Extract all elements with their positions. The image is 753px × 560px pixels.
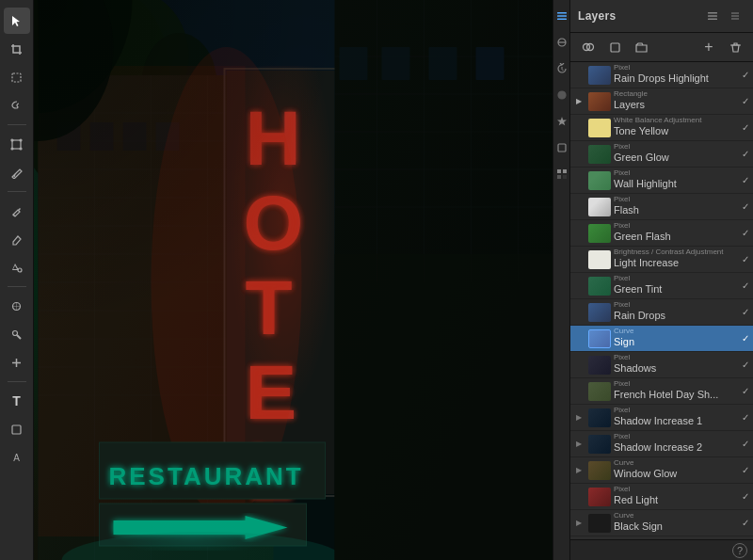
layer-visibility[interactable]: ✓ [742, 491, 749, 502]
erase-tool[interactable] [4, 226, 30, 252]
layer-thumbnail [588, 382, 611, 401]
expand-arrow[interactable]: ▶ [572, 411, 585, 424]
layer-thumbnail [588, 461, 611, 480]
effects-side-tab[interactable] [554, 109, 569, 134]
layer-flash[interactable]: Pixel Flash ✓ [570, 194, 753, 220]
new-layer-btn[interactable] [602, 37, 627, 57]
layer-info: Curve Black Sign [614, 512, 740, 533]
layer-green-glow[interactable]: Pixel Green Glow ✓ [570, 141, 753, 168]
layers-list[interactable]: Pixel Rain Drops Highlight ✓ ▶ Rectangle… [570, 62, 753, 539]
lasso-tool[interactable] [4, 92, 30, 119]
layer-green-flash[interactable]: Pixel Green Flash ✓ [570, 220, 753, 247]
layer-visibility[interactable]: ✓ [742, 122, 749, 133]
layers-side-tab[interactable] [554, 4, 569, 28]
expand-arrow [572, 200, 585, 214]
dodge-burn-tool[interactable] [4, 293, 30, 319]
layer-visibility[interactable]: ✓ [742, 360, 749, 370]
layer-visibility[interactable]: ✓ [742, 333, 749, 344]
text-tool[interactable]: T [4, 388, 30, 414]
layer-thumbnail [588, 408, 611, 427]
layer-visibility[interactable]: ✓ [742, 280, 749, 291]
vector-tool[interactable]: A [4, 444, 30, 471]
layer-visibility[interactable]: ✓ [742, 228, 749, 238]
layer-light-increase[interactable]: Brightness / Contrast Adjustment Light I… [570, 247, 753, 273]
layer-french-hotel[interactable]: Pixel French Hotel Day Sh... ✓ [570, 378, 753, 405]
clone-tool[interactable] [4, 321, 30, 347]
heal-tool[interactable] [4, 349, 30, 376]
svg-point-82 [558, 91, 566, 99]
layer-info: Pixel Brush Highlights [614, 538, 740, 539]
layer-tone-yellow[interactable]: White Balance Adjustment Tone Yellow ✓ [570, 115, 753, 141]
layer-type: Pixel [614, 380, 738, 388]
layer-info: Curve Window Glow [614, 459, 740, 480]
swatches-side-tab[interactable] [554, 162, 569, 186]
crop-tool[interactable] [4, 36, 30, 62]
styles-side-tab[interactable] [554, 136, 569, 160]
layer-thumbnail [588, 488, 611, 506]
pen-tool[interactable] [4, 159, 30, 185]
layer-shadow-inc2[interactable]: ▶ Pixel Shadow Increase 2 ✓ [570, 431, 753, 457]
paint-tool[interactable] [4, 198, 30, 224]
svg-point-7 [13, 214, 15, 216]
new-group-btn[interactable] [629, 37, 653, 57]
move-tool[interactable] [4, 8, 30, 34]
layer-window-glow[interactable]: ▶ Curve Window Glow ✓ [570, 457, 753, 484]
left-toolbar: T A [0, 0, 34, 560]
layer-shadow-inc1[interactable]: ▶ Pixel Shadow Increase 1 ✓ [570, 405, 753, 431]
blend-mode-btn[interactable] [576, 37, 601, 57]
svg-rect-80 [557, 18, 567, 20]
layers-settings-btn[interactable] [702, 6, 723, 26]
layers-expand-btn[interactable] [725, 6, 745, 26]
layer-visibility[interactable]: ✓ [742, 386, 749, 396]
selection-tool[interactable] [4, 64, 30, 90]
sep2 [8, 191, 26, 192]
layer-thumbnail [588, 171, 611, 190]
transform-tool[interactable] [4, 131, 30, 157]
layer-wall-highlight[interactable]: Pixel Wall Highlight ✓ [570, 168, 753, 194]
layer-visibility[interactable]: ✓ [742, 96, 749, 106]
adjustments-side-tab[interactable] [554, 83, 569, 107]
layer-visibility[interactable]: ✓ [742, 439, 749, 449]
layer-red-light[interactable]: Pixel Red Light ✓ [570, 484, 753, 510]
layer-visibility[interactable]: ✓ [742, 70, 749, 80]
layer-rain-drops[interactable]: Pixel Rain Drops ✓ [570, 299, 753, 326]
layer-visibility[interactable]: ✓ [742, 175, 749, 185]
layer-rain-drops-highlight[interactable]: Pixel Rain Drops Highlight ✓ [570, 62, 753, 88]
expand-arrow [572, 227, 585, 240]
expand-arrow [572, 332, 585, 345]
layer-brush-highlights[interactable]: Pixel Brush Highlights ✓ [570, 536, 753, 539]
layer-green-tint[interactable]: Pixel Green Tint ✓ [570, 273, 753, 299]
shape-tool[interactable] [4, 416, 30, 442]
layer-shadows[interactable]: Pixel Shadows ✓ [570, 352, 753, 378]
expand-arrow [572, 385, 585, 398]
svg-point-10 [13, 330, 18, 335]
layer-visibility[interactable]: ✓ [742, 518, 749, 528]
history-side-tab[interactable] [554, 56, 569, 81]
layer-visibility[interactable]: ✓ [742, 412, 749, 423]
expand-arrow[interactable]: ▶ [572, 517, 585, 530]
layer-name: Sign [614, 335, 738, 348]
layer-visibility[interactable]: ✓ [742, 149, 749, 159]
add-layer-btn[interactable]: + [697, 37, 721, 57]
fill-tool[interactable] [4, 254, 30, 280]
layer-type: Pixel [614, 196, 738, 203]
channels-side-tab[interactable] [554, 30, 569, 55]
layer-info: Pixel Shadow Increase 1 [614, 407, 740, 427]
layer-info: Pixel Shadows [614, 354, 740, 375]
layer-visibility[interactable]: ✓ [742, 307, 749, 317]
expand-arrow[interactable]: ▶ [572, 438, 585, 451]
delete-layer-btn[interactable] [723, 37, 747, 57]
layer-type: Rectangle [614, 90, 738, 98]
layer-light-leak[interactable]: ▶ Rectangle Layers ✓ [570, 88, 753, 115]
expand-arrow[interactable]: ▶ [572, 95, 585, 108]
layer-visibility[interactable]: ✓ [742, 254, 749, 264]
help-button[interactable]: ? [732, 543, 747, 558]
layer-black-sign[interactable]: ▶ Curve Black Sign ✓ [570, 510, 753, 536]
expand-arrow[interactable]: ▶ [572, 464, 585, 477]
layer-sign[interactable]: Curve Sign ✓ [570, 326, 753, 352]
layer-visibility[interactable]: ✓ [742, 465, 749, 475]
layer-visibility[interactable]: ✓ [742, 201, 749, 212]
layer-thumbnail [588, 145, 611, 164]
layers-header-icons [702, 6, 745, 26]
sep3 [8, 286, 26, 287]
